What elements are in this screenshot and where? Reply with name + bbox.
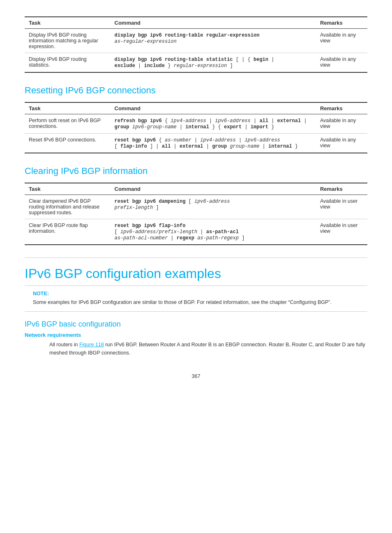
resetting-heading: Resetting IPv6 BGP connections bbox=[25, 85, 367, 96]
clearing-heading: Clearing IPv6 BGP information bbox=[25, 166, 367, 176]
task-cell: Reset IPv6 BGP connections. bbox=[25, 134, 111, 153]
command-cell: reset bgp ipv6 dampening [ ipv6-address … bbox=[111, 195, 316, 219]
remarks-cell: Available in any view bbox=[316, 29, 367, 53]
remarks-cell: Available in user view bbox=[316, 219, 367, 245]
note-text: Some examples for IPv6 BGP configuration… bbox=[33, 299, 359, 306]
task-header: Task bbox=[25, 183, 111, 195]
task-cell: Display IPv6 BGP routing information mat… bbox=[25, 29, 111, 53]
command-header: Command bbox=[111, 183, 316, 195]
command-header: Command bbox=[111, 17, 316, 29]
command-cell: display bgp ipv6 routing-table statistic… bbox=[111, 53, 316, 73]
config-examples-heading: IPv6 BGP configuration examples bbox=[25, 257, 367, 281]
clearing-table: Task Command Remarks Clear dampened IPv6… bbox=[25, 183, 367, 245]
remarks-cell: Available in any view bbox=[316, 134, 367, 153]
command-header: Command bbox=[111, 102, 316, 114]
task-cell: Clear IPv6 BGP route flap information. bbox=[25, 219, 111, 245]
figure-link[interactable]: Figure 118 bbox=[79, 342, 104, 348]
table-row: Reset IPv6 BGP connections. reset bgp ip… bbox=[25, 134, 367, 153]
intro-text: All routers in bbox=[49, 342, 79, 348]
task-cell: Display IPv6 BGP routing statistics. bbox=[25, 53, 111, 73]
resetting-table: Task Command Remarks Perform soft reset … bbox=[25, 102, 367, 153]
note-label: NOTE: bbox=[33, 291, 359, 297]
remarks-header: Remarks bbox=[316, 17, 367, 29]
table-row: Clear IPv6 BGP route flap information. r… bbox=[25, 219, 367, 245]
task-header: Task bbox=[25, 17, 111, 29]
table-row: Display IPv6 BGP routing statistics. dis… bbox=[25, 53, 367, 73]
table-row: Display IPv6 BGP routing information mat… bbox=[25, 29, 367, 53]
command-cell: reset bgp ipv6 flap-info [ ipv6-address/… bbox=[111, 219, 316, 245]
task-header: Task bbox=[25, 102, 111, 114]
network-requirements-heading: Network requirements bbox=[25, 332, 367, 338]
page-number: 367 bbox=[25, 373, 367, 379]
command-cell: display bgp ipv6 routing-table regular-e… bbox=[111, 29, 316, 53]
remarks-header: Remarks bbox=[316, 183, 367, 195]
task-cell: Perform soft reset on IPv6 BGP connectio… bbox=[25, 114, 111, 134]
task-cell: Clear dampened IPv6 BGP routing informat… bbox=[25, 195, 111, 219]
remarks-cell: Available in any view bbox=[316, 114, 367, 134]
remarks-cell: Available in any view bbox=[316, 53, 367, 73]
basic-config-heading: IPv6 BGP basic configuration bbox=[25, 320, 367, 329]
table-row: Perform soft reset on IPv6 BGP connectio… bbox=[25, 114, 367, 134]
table-row: Clear dampened IPv6 BGP routing informat… bbox=[25, 195, 367, 219]
display-commands-table: Task Command Remarks Display IPv6 BGP ro… bbox=[25, 16, 367, 73]
remarks-cell: Available in user view bbox=[316, 195, 367, 219]
remarks-header: Remarks bbox=[316, 102, 367, 114]
command-cell: reset bgp ipv6 { as-number | ipv4-addres… bbox=[111, 134, 316, 153]
network-requirements-body: All routers in Figure 118 run IPv6 BGP. … bbox=[49, 341, 367, 357]
command-cell: refresh bgp ipv6 { ipv4-address | ipv6-a… bbox=[111, 114, 316, 134]
note-box: NOTE: Some examples for IPv6 BGP configu… bbox=[25, 285, 367, 312]
